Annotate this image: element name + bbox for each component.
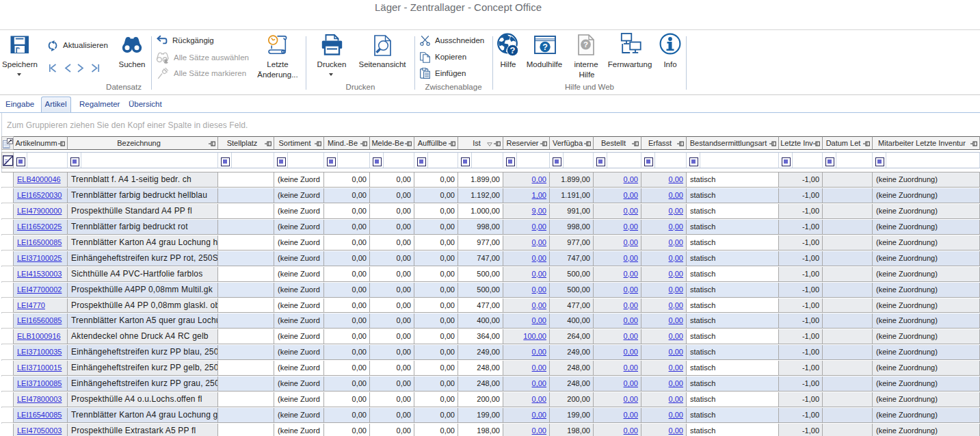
svg-text:?: ?: [583, 40, 588, 49]
svg-text:?: ?: [510, 45, 516, 55]
svg-text:?: ?: [542, 42, 548, 52]
